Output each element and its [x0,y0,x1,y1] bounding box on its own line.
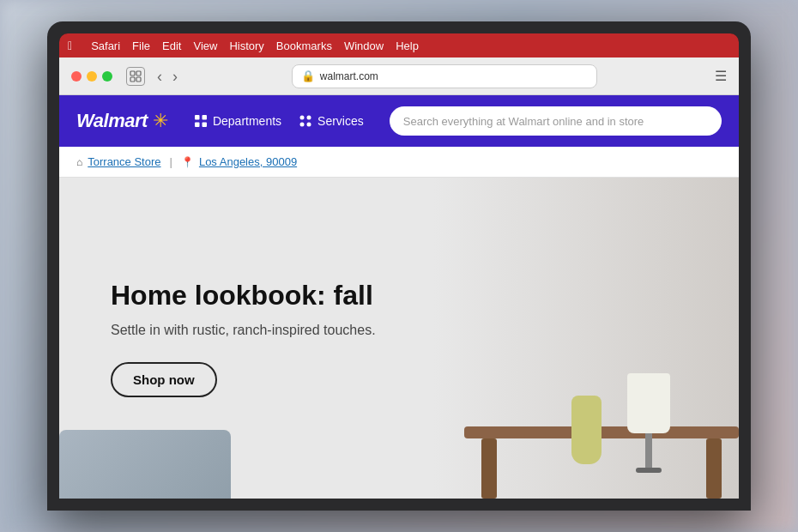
services-icon [299,114,312,128]
minimize-button[interactable] [87,71,97,82]
walmart-spark-icon: ✳ [153,110,168,132]
home-icon: ⌂ [76,156,82,168]
laptop-shell:  Safari File Edit View History Bookmark… [47,21,751,511]
address-text: walmart.com [320,70,378,82]
reader-icon[interactable]: ☰ [715,68,727,84]
svg-point-10 [300,123,305,127]
screen-bezel:  Safari File Edit View History Bookmark… [59,33,739,499]
menu-window[interactable]: Window [344,39,384,52]
svg-rect-4 [195,115,200,120]
hero-section: Home lookbook: fall Settle in with rusti… [59,178,739,499]
forward-button[interactable]: › [169,67,181,86]
address-bar[interactable]: 🔒 walmart.com [292,64,597,88]
svg-rect-1 [136,71,141,76]
services-label: Services [317,114,364,128]
shop-now-button[interactable]: Shop now [111,362,217,397]
hero-content: Home lookbook: fall Settle in with rusti… [59,245,427,431]
menu-safari[interactable]: Safari [91,39,120,52]
table-leg-left [481,438,497,499]
pin-icon: 📍 [181,156,194,168]
hero-title: Home lookbook: fall [111,279,376,311]
svg-point-11 [307,123,311,127]
svg-rect-7 [202,123,207,128]
menu-help[interactable]: Help [396,39,419,52]
menu-items-group: Safari File Edit View History Bookmarks … [91,39,419,52]
hero-subtitle: Settle in with rustic, ranch-inspired to… [111,323,376,338]
vase-body [571,396,602,464]
vase-decoration [571,396,602,464]
lamp-foot [636,468,662,473]
hero-decor [433,178,739,499]
menu-file[interactable]: File [132,39,150,52]
menu-history[interactable]: History [229,39,263,52]
svg-rect-3 [136,77,141,82]
browser-content: Walmart ✳ Departments [59,95,739,499]
table-top [464,426,739,438]
svg-point-9 [307,116,311,120]
walmart-logo: Walmart [76,110,148,132]
tab-overview-icon[interactable] [126,67,145,86]
nav-arrows: ‹ › [154,67,181,86]
address-bar-area: 🔒 walmart.com [190,64,699,88]
lamp-decoration [627,373,670,473]
departments-icon [194,114,208,128]
lamp-base [645,433,652,468]
separator: | [170,155,172,168]
apple-icon:  [68,39,72,52]
table-decoration [464,396,739,499]
table-leg-right [706,438,722,499]
store-link[interactable]: Torrance Store [88,155,160,168]
close-button[interactable] [71,71,82,82]
safari-toolbar: ‹ › 🔒 walmart.com ☰ [59,57,739,95]
location-link[interactable]: Los Angeles, 90009 [199,155,297,168]
departments-label: Departments [213,114,281,128]
sofa-decoration [59,430,231,499]
svg-rect-0 [130,71,135,76]
lamp-shade [627,373,670,433]
svg-rect-5 [202,115,207,120]
menu-bookmarks[interactable]: Bookmarks [276,39,332,52]
menu-edit[interactable]: Edit [162,39,181,52]
menu-view[interactable]: View [193,39,217,52]
svg-point-8 [300,116,305,120]
svg-rect-2 [130,77,135,82]
services-nav[interactable]: Services [299,114,364,128]
departments-nav[interactable]: Departments [194,114,281,128]
privacy-icon: 🔒 [301,70,315,82]
walmart-header: Walmart ✳ Departments [59,95,739,147]
macos-menubar:  Safari File Edit View History Bookmark… [59,33,739,57]
search-placeholder: Search everything at Walmart online and … [403,115,644,128]
walmart-subheader: ⌂ Torrance Store | 📍 Los Angeles, 90009 [59,147,739,178]
fullscreen-button[interactable] [102,71,112,82]
search-bar[interactable]: Search everything at Walmart online and … [390,106,722,136]
back-button[interactable]: ‹ [154,67,166,86]
svg-rect-6 [195,123,200,128]
traffic-lights [71,71,112,82]
